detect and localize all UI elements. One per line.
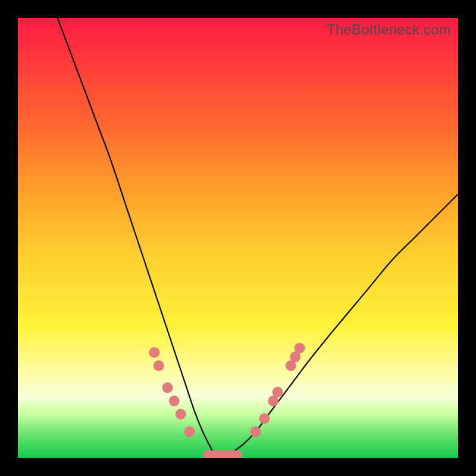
plot-area: TheBottleneck.com xyxy=(18,18,458,458)
chart-frame: TheBottleneck.com xyxy=(0,0,476,476)
highlight-dot xyxy=(259,413,270,424)
highlight-dot xyxy=(149,347,159,358)
highlight-dot xyxy=(250,427,261,437)
highlight-dot xyxy=(162,383,173,393)
right-branch-curve xyxy=(216,194,458,458)
highlight-dot xyxy=(176,409,186,419)
left-branch-curve xyxy=(58,18,216,458)
highlight-dot xyxy=(273,387,283,397)
flat-bottom-band xyxy=(203,450,243,458)
highlight-dot xyxy=(295,343,305,353)
highlight-dot xyxy=(154,361,164,371)
highlight-dot xyxy=(169,396,180,406)
highlight-dots-right xyxy=(250,343,305,437)
highlight-dot xyxy=(184,427,195,437)
curve-layer xyxy=(18,18,458,458)
